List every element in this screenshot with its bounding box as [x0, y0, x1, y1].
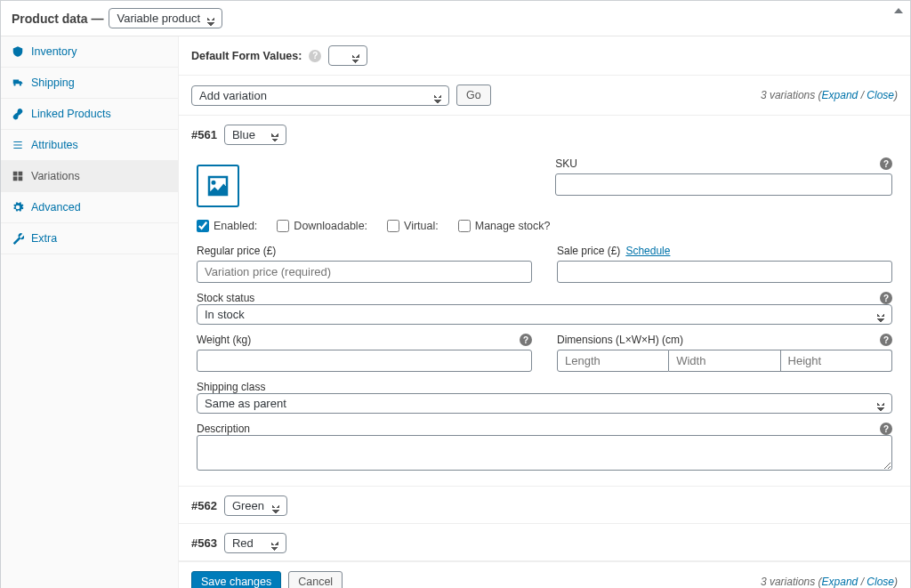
- enabled-checkbox[interactable]: Enabled:: [197, 220, 257, 232]
- height-input[interactable]: [781, 350, 892, 372]
- description-textarea[interactable]: [197, 435, 892, 471]
- tab-label: Variations: [31, 170, 80, 182]
- variation-image-placeholder[interactable]: [197, 165, 239, 207]
- length-input[interactable]: [557, 350, 669, 372]
- help-icon[interactable]: ?: [880, 292, 892, 304]
- tab-label: Extra: [31, 232, 57, 245]
- virtual-checkbox[interactable]: Virtual:: [387, 220, 439, 232]
- variations-count-bottom: 3 variations (Expand / Close): [761, 576, 898, 588]
- expand-link[interactable]: Expand: [822, 89, 859, 101]
- description-label: Description: [197, 423, 250, 435]
- tab-label: Inventory: [31, 45, 77, 58]
- grid-icon: [12, 170, 24, 182]
- help-icon[interactable]: ?: [880, 157, 892, 170]
- variation-header[interactable]: #563 Red: [179, 524, 910, 560]
- image-icon: [205, 173, 231, 199]
- product-data-panel: Product data — Variable product Inventor…: [0, 0, 911, 588]
- variation-id: #562: [191, 499, 217, 512]
- help-icon[interactable]: ?: [880, 423, 892, 435]
- tab-label: Shipping: [31, 77, 75, 89]
- variation-attribute-select[interactable]: Blue: [224, 125, 286, 145]
- go-button[interactable]: Go: [456, 85, 491, 106]
- variation-attribute-select[interactable]: Green: [224, 495, 287, 516]
- cancel-button[interactable]: Cancel: [288, 571, 343, 588]
- stock-status-select[interactable]: In stock: [197, 304, 892, 325]
- variation-action-select[interactable]: Add variation: [191, 85, 449, 106]
- variation-checkboxes: Enabled: Downloadable: Virtual: Manage s…: [197, 220, 892, 232]
- variations-count: 3 variations (Expand / Close): [761, 89, 898, 101]
- sku-label: SKU: [555, 157, 577, 170]
- help-icon[interactable]: ?: [520, 334, 532, 346]
- wrench-icon: [12, 232, 24, 245]
- tab-label: Attributes: [31, 139, 78, 151]
- variation-id: #561: [191, 128, 217, 141]
- variation-header[interactable]: #561 Blue: [179, 116, 910, 152]
- product-type-select[interactable]: Variable product: [109, 8, 222, 28]
- dimensions-label: Dimensions (L×W×H) (cm): [557, 334, 683, 346]
- list-icon: [12, 139, 24, 151]
- tab-variations[interactable]: Variations: [1, 161, 178, 192]
- content-area: Default Form Values: ? Add variation Go …: [179, 36, 910, 588]
- variation-id: #563: [191, 536, 217, 550]
- sku-input[interactable]: [555, 173, 892, 196]
- downloadable-checkbox[interactable]: Downloadable:: [277, 220, 367, 232]
- tab-linked-products[interactable]: Linked Products: [1, 99, 178, 130]
- collapse-toggle[interactable]: [894, 8, 903, 13]
- tabs-sidebar: Inventory Shipping Linked Products Attri…: [1, 36, 179, 588]
- width-input[interactable]: [669, 350, 780, 372]
- shipping-class-label: Shipping class: [197, 381, 892, 393]
- panel-title: Product data —: [12, 12, 103, 26]
- regular-price-input[interactable]: [197, 261, 532, 283]
- close-link[interactable]: Close: [867, 576, 894, 588]
- default-values-select[interactable]: [328, 45, 367, 66]
- stock-status-label: Stock status: [197, 292, 254, 304]
- panel-header: Product data — Variable product: [1, 1, 910, 36]
- save-changes-button[interactable]: Save changes: [191, 571, 281, 588]
- tab-advanced[interactable]: Advanced: [1, 192, 178, 223]
- tab-shipping[interactable]: Shipping: [1, 68, 178, 99]
- tab-attributes[interactable]: Attributes: [1, 130, 178, 161]
- weight-input[interactable]: [197, 350, 532, 372]
- variation-562: #562 Green: [179, 487, 910, 524]
- variation-attribute-select[interactable]: Red: [224, 533, 286, 553]
- shipping-class-select[interactable]: Same as parent: [197, 393, 892, 414]
- variation-563: #563 Red: [179, 524, 910, 561]
- weight-label: Weight (kg): [197, 334, 251, 346]
- close-link[interactable]: Close: [867, 89, 894, 101]
- tab-label: Linked Products: [31, 108, 111, 120]
- manage-stock-checkbox[interactable]: Manage stock?: [458, 220, 551, 232]
- help-icon[interactable]: ?: [880, 334, 892, 346]
- sale-price-input[interactable]: [557, 261, 892, 283]
- sale-price-label: Sale price (£): [557, 245, 620, 257]
- expand-link[interactable]: Expand: [822, 576, 859, 588]
- variation-561: #561 Blue SKU: [179, 116, 910, 487]
- tab-inventory[interactable]: Inventory: [1, 36, 178, 68]
- inventory-icon: [12, 45, 24, 58]
- schedule-link[interactable]: Schedule: [625, 245, 670, 257]
- default-values-label: Default Form Values:: [191, 50, 302, 62]
- variations-footer: Save changes Cancel 3 variations (Expand…: [179, 561, 910, 588]
- variations-actions-top: Add variation Go 3 variations (Expand / …: [179, 76, 910, 116]
- help-icon[interactable]: ?: [309, 50, 321, 62]
- link-icon: [12, 108, 24, 120]
- gear-icon: [12, 201, 24, 213]
- truck-icon: [12, 77, 24, 89]
- default-values-toolbar: Default Form Values: ?: [179, 36, 910, 76]
- tab-extra[interactable]: Extra: [1, 223, 178, 254]
- variation-header[interactable]: #562 Green: [179, 487, 910, 523]
- tab-label: Advanced: [31, 201, 81, 213]
- regular-price-label: Regular price (£): [197, 245, 532, 257]
